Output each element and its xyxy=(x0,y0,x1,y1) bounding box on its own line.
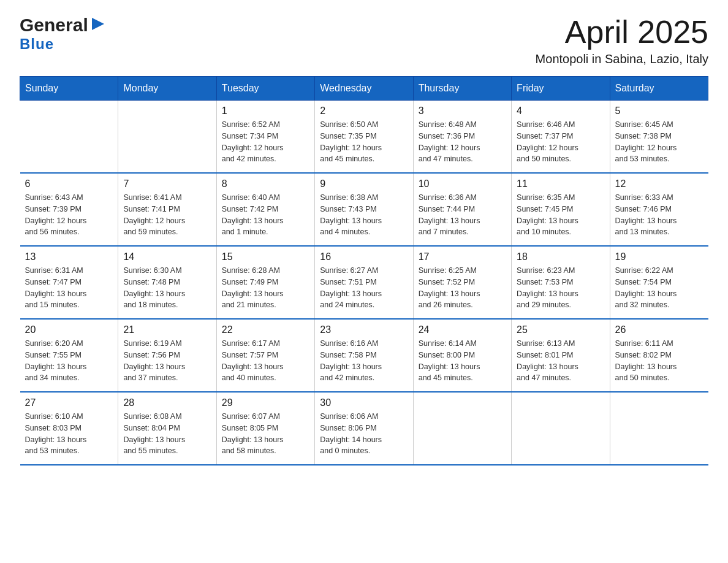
day-info: Sunrise: 6:06 AMSunset: 8:06 PMDaylight:… xyxy=(320,411,408,457)
sunset-text: Sunset: 8:04 PM xyxy=(123,423,211,434)
calendar-day-cell xyxy=(413,392,511,465)
day-number: 7 xyxy=(123,178,211,190)
daylight-text-line2: and 59 minutes. xyxy=(123,226,211,238)
calendar-day-cell: 12Sunrise: 6:33 AMSunset: 7:46 PMDayligh… xyxy=(610,173,708,246)
day-of-week-header: Monday xyxy=(118,77,216,101)
calendar-day-cell: 1Sunrise: 6:52 AMSunset: 7:34 PMDaylight… xyxy=(216,101,314,174)
sunset-text: Sunset: 7:44 PM xyxy=(419,204,506,215)
day-number: 19 xyxy=(615,251,703,262)
daylight-text-line2: and 56 minutes. xyxy=(25,226,113,238)
calendar-day-cell: 10Sunrise: 6:36 AMSunset: 7:44 PMDayligh… xyxy=(413,173,511,246)
daylight-text-line2: and 13 minutes. xyxy=(615,226,703,238)
day-number: 4 xyxy=(517,105,604,117)
sunset-text: Sunset: 7:52 PM xyxy=(419,277,506,288)
calendar-week-row: 13Sunrise: 6:31 AMSunset: 7:47 PMDayligh… xyxy=(20,246,708,319)
day-of-week-header: Saturday xyxy=(610,77,708,101)
day-info: Sunrise: 6:13 AMSunset: 8:01 PMDaylight:… xyxy=(517,338,604,384)
logo-flag-icon xyxy=(88,15,105,35)
sunset-text: Sunset: 8:00 PM xyxy=(419,350,506,361)
sunset-text: Sunset: 7:34 PM xyxy=(222,131,309,142)
calendar-header-row: SundayMondayTuesdayWednesdayThursdayFrid… xyxy=(20,77,708,101)
sunrise-text: Sunrise: 6:40 AM xyxy=(222,192,309,204)
daylight-text-line1: Daylight: 13 hours xyxy=(419,215,506,227)
daylight-text-line1: Daylight: 13 hours xyxy=(320,288,408,300)
sunrise-text: Sunrise: 6:36 AM xyxy=(419,192,506,204)
daylight-text-line2: and 58 minutes. xyxy=(222,445,309,457)
daylight-text-line1: Daylight: 12 hours xyxy=(419,142,506,154)
day-number: 6 xyxy=(25,178,113,190)
day-info: Sunrise: 6:19 AMSunset: 7:56 PMDaylight:… xyxy=(123,338,211,384)
sunset-text: Sunset: 7:56 PM xyxy=(123,350,211,361)
day-of-week-header: Tuesday xyxy=(216,77,314,101)
daylight-text-line1: Daylight: 13 hours xyxy=(419,361,506,373)
daylight-text-line2: and 21 minutes. xyxy=(222,299,309,311)
day-number: 29 xyxy=(222,397,309,408)
daylight-text-line2: and 50 minutes. xyxy=(517,153,604,165)
day-of-week-header: Sunday xyxy=(20,77,118,101)
daylight-text-line1: Daylight: 12 hours xyxy=(25,215,113,227)
calendar-day-cell: 30Sunrise: 6:06 AMSunset: 8:06 PMDayligh… xyxy=(315,392,413,465)
sunrise-text: Sunrise: 6:20 AM xyxy=(25,338,113,350)
logo-general-text: General xyxy=(20,15,88,36)
sunset-text: Sunset: 8:05 PM xyxy=(222,423,309,434)
day-number: 26 xyxy=(615,324,703,335)
sunset-text: Sunset: 7:38 PM xyxy=(615,131,703,142)
calendar-day-cell: 15Sunrise: 6:28 AMSunset: 7:49 PMDayligh… xyxy=(216,246,314,319)
sunrise-text: Sunrise: 6:07 AM xyxy=(222,411,309,423)
day-of-week-header: Wednesday xyxy=(315,77,413,101)
day-of-week-header: Friday xyxy=(512,77,610,101)
day-number: 30 xyxy=(320,397,408,408)
calendar-day-cell: 16Sunrise: 6:27 AMSunset: 7:51 PMDayligh… xyxy=(315,246,413,319)
sunrise-text: Sunrise: 6:31 AM xyxy=(25,265,113,277)
page-title: April 2025 xyxy=(536,15,708,50)
calendar-day-cell: 8Sunrise: 6:40 AMSunset: 7:42 PMDaylight… xyxy=(216,173,314,246)
day-info: Sunrise: 6:27 AMSunset: 7:51 PMDaylight:… xyxy=(320,265,408,311)
daylight-text-line2: and 15 minutes. xyxy=(25,299,113,311)
day-number: 5 xyxy=(615,105,703,117)
calendar-day-cell: 6Sunrise: 6:43 AMSunset: 7:39 PMDaylight… xyxy=(20,173,118,246)
sunset-text: Sunset: 7:35 PM xyxy=(320,131,408,142)
daylight-text-line2: and 53 minutes. xyxy=(25,445,113,457)
sunset-text: Sunset: 8:03 PM xyxy=(25,423,113,434)
daylight-text-line1: Daylight: 13 hours xyxy=(615,288,703,300)
day-info: Sunrise: 6:48 AMSunset: 7:36 PMDaylight:… xyxy=(419,119,506,165)
day-info: Sunrise: 6:52 AMSunset: 7:34 PMDaylight:… xyxy=(222,119,309,165)
day-info: Sunrise: 6:35 AMSunset: 7:45 PMDaylight:… xyxy=(517,192,604,238)
daylight-text-line2: and 34 minutes. xyxy=(25,372,113,384)
sunset-text: Sunset: 8:01 PM xyxy=(517,350,604,361)
daylight-text-line2: and 24 minutes. xyxy=(320,299,408,311)
day-number: 24 xyxy=(419,324,506,335)
calendar-day-cell: 20Sunrise: 6:20 AMSunset: 7:55 PMDayligh… xyxy=(20,319,118,392)
calendar-day-cell xyxy=(610,392,708,465)
day-number: 3 xyxy=(419,105,506,117)
day-number: 10 xyxy=(419,178,506,190)
sunrise-text: Sunrise: 6:27 AM xyxy=(320,265,408,277)
daylight-text-line1: Daylight: 13 hours xyxy=(123,288,211,300)
day-info: Sunrise: 6:30 AMSunset: 7:48 PMDaylight:… xyxy=(123,265,211,311)
day-info: Sunrise: 6:16 AMSunset: 7:58 PMDaylight:… xyxy=(320,338,408,384)
calendar-day-cell xyxy=(118,101,216,174)
day-number: 21 xyxy=(123,324,211,335)
day-number: 12 xyxy=(615,178,703,190)
daylight-text-line2: and 1 minute. xyxy=(222,226,309,238)
day-info: Sunrise: 6:43 AMSunset: 7:39 PMDaylight:… xyxy=(25,192,113,238)
calendar-day-cell: 19Sunrise: 6:22 AMSunset: 7:54 PMDayligh… xyxy=(610,246,708,319)
daylight-text-line2: and 37 minutes. xyxy=(123,372,211,384)
day-info: Sunrise: 6:45 AMSunset: 7:38 PMDaylight:… xyxy=(615,119,703,165)
day-number: 9 xyxy=(320,178,408,190)
daylight-text-line1: Daylight: 13 hours xyxy=(517,215,604,227)
daylight-text-line2: and 47 minutes. xyxy=(517,372,604,384)
day-info: Sunrise: 6:40 AMSunset: 7:42 PMDaylight:… xyxy=(222,192,309,238)
daylight-text-line1: Daylight: 13 hours xyxy=(419,288,506,300)
calendar-day-cell: 24Sunrise: 6:14 AMSunset: 8:00 PMDayligh… xyxy=(413,319,511,392)
daylight-text-line1: Daylight: 13 hours xyxy=(517,361,604,373)
daylight-text-line2: and 29 minutes. xyxy=(517,299,604,311)
sunrise-text: Sunrise: 6:45 AM xyxy=(615,119,703,131)
day-number: 11 xyxy=(517,178,604,190)
daylight-text-line2: and 18 minutes. xyxy=(123,299,211,311)
sunrise-text: Sunrise: 6:10 AM xyxy=(25,411,113,423)
calendar-day-cell: 3Sunrise: 6:48 AMSunset: 7:36 PMDaylight… xyxy=(413,101,511,174)
day-info: Sunrise: 6:41 AMSunset: 7:41 PMDaylight:… xyxy=(123,192,211,238)
calendar-day-cell: 28Sunrise: 6:08 AMSunset: 8:04 PMDayligh… xyxy=(118,392,216,465)
calendar-week-row: 20Sunrise: 6:20 AMSunset: 7:55 PMDayligh… xyxy=(20,319,708,392)
